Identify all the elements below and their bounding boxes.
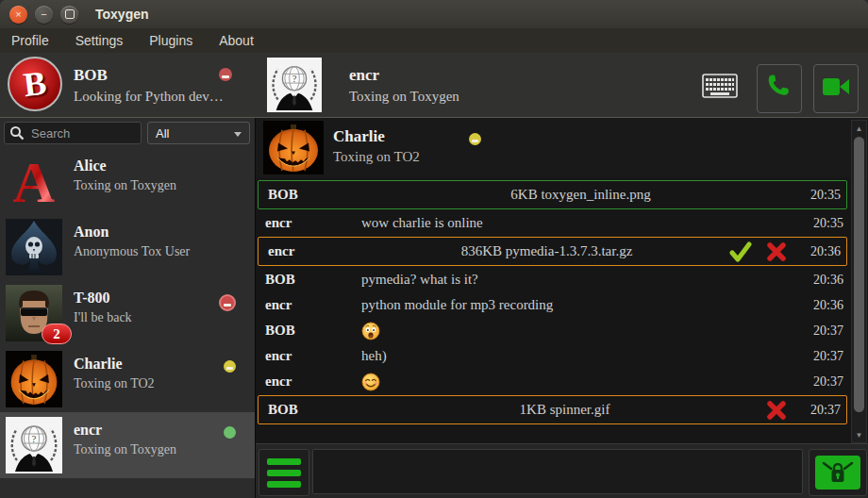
message-text: pymedia? what is it? — [361, 272, 800, 288]
video-call-button[interactable] — [813, 64, 859, 113]
chat-scrollbar[interactable]: ▲ ▼ — [851, 120, 867, 443]
message-row: encrwow charlie is online20:35 — [256, 210, 849, 236]
message-text: wow charlie is online — [361, 215, 800, 231]
contact-status-message: Toxing on Toxygen — [74, 442, 176, 457]
contact-item-alice[interactable]: AAliceToxing on Toxygen — [0, 148, 255, 214]
message-time: 20:37 — [797, 403, 846, 418]
phone-icon — [764, 72, 794, 106]
self-avatar[interactable]: B — [8, 57, 62, 111]
cancel-transfer-icon[interactable] — [765, 241, 788, 263]
contact-item-anon[interactable]: AnonAnonymous Tox User — [0, 214, 255, 280]
menu-item-plugins[interactable]: Plugins — [149, 33, 192, 48]
menu-item-profile[interactable]: Profile — [11, 33, 49, 48]
video-camera-icon — [820, 74, 852, 104]
contact-avatar — [6, 219, 62, 275]
contact-list: AAliceToxing on ToxygenAnonAnonymous Tox… — [0, 148, 255, 478]
message-list: BOB6KB toxygen_inline.png20:35encrwow ch… — [256, 177, 849, 443]
active-contact-avatar: ? — [267, 58, 322, 112]
status-away-icon — [224, 360, 236, 373]
window-title: Toxygen — [95, 7, 149, 22]
contact-avatar: A — [6, 153, 62, 209]
menu-bar: ProfileSettingsPluginsAbout — [0, 28, 868, 53]
contact-sidebar: All AAliceToxing on ToxygenAnonAnonymous… — [0, 118, 255, 498]
contact-name: encr — [74, 422, 102, 439]
search-icon — [9, 125, 25, 141]
contact-avatar — [6, 351, 62, 407]
message-row: BOBpymedia? what is it?20:36 — [256, 267, 849, 292]
chat-contact-name: Charlie — [333, 127, 385, 146]
self-name: BOB — [74, 66, 108, 85]
contact-item-encr[interactable]: ?encrToxing on Toxygen — [0, 412, 255, 478]
message-time: 20:36 — [797, 244, 846, 259]
search-input[interactable] — [29, 125, 137, 141]
contact-status-message: Toxing on TO2 — [74, 376, 155, 391]
self-status-message: Looking for Python dev… — [74, 89, 224, 105]
contact-filter-dropdown[interactable]: All — [147, 122, 250, 144]
message-time: 20:36 — [800, 298, 849, 313]
svg-text:?: ? — [32, 433, 37, 444]
accept-transfer-icon[interactable] — [729, 241, 752, 263]
file-transfer-label: 6KB toxygen_inline.png — [364, 187, 797, 203]
audio-call-button[interactable] — [757, 64, 802, 113]
contact-item-charlie[interactable]: CharlieToxing on TO2 — [0, 346, 255, 412]
chat-contact-status-message: Toxing on TO2 — [333, 149, 420, 165]
top-panel: B BOB Looking for Python dev… ? encr Tox… — [0, 53, 868, 118]
search-row: All — [0, 118, 255, 148]
chevron-down-icon — [234, 132, 242, 137]
minimize-icon[interactable]: − — [35, 6, 53, 24]
message-row: encr20:37 — [256, 369, 849, 394]
smile-emoji-icon — [361, 373, 380, 391]
message-input[interactable] — [312, 449, 803, 494]
message-author: encr — [256, 297, 361, 313]
message-row: encrpython module for mp3 recording20:36 — [256, 292, 849, 318]
message-author: encr — [259, 243, 364, 259]
message-time: 20:36 — [800, 273, 849, 288]
scroll-down-icon[interactable]: ▼ — [852, 428, 866, 441]
message-author: encr — [256, 374, 361, 390]
file-transfer-actions — [765, 399, 788, 422]
contact-name: Charlie — [74, 356, 123, 373]
file-transfer-row: encr836KB pymedia-1.3.7.3.tar.gz20:36 — [258, 237, 847, 266]
message-emoji — [361, 322, 800, 340]
contact-name: Alice — [74, 158, 107, 174]
search-box — [4, 122, 142, 144]
cancel-transfer-icon[interactable] — [765, 399, 788, 422]
svg-text:A: A — [13, 153, 56, 209]
scrollbar-thumb[interactable] — [854, 137, 864, 412]
message-time: 20:37 — [800, 324, 849, 339]
message-row: encrheh)20:37 — [256, 343, 849, 369]
file-transfer-row: BOB6KB toxygen_inline.png20:35 — [258, 180, 847, 209]
svg-text:?: ? — [292, 74, 297, 84]
contact-filter-value: All — [156, 126, 169, 141]
status-busy-ring-icon — [219, 294, 236, 311]
contact-item-t-800[interactable]: T-800I'll be back2 — [0, 280, 255, 346]
shocked-emoji-icon — [361, 322, 380, 340]
menu-item-about[interactable]: About — [219, 33, 254, 48]
contact-name: Anon — [74, 224, 108, 241]
menu-item-settings[interactable]: Settings — [75, 33, 124, 48]
message-author: encr — [256, 215, 361, 231]
toxygen-window: × − Toxygen ProfileSettingsPluginsAbout … — [0, 0, 868, 498]
file-transfer-label: 1KB spinner.gif — [364, 402, 765, 418]
send-button[interactable] — [809, 449, 867, 496]
contact-status-message: Toxing on Toxygen — [74, 178, 176, 193]
message-author: BOB — [259, 402, 364, 418]
chat-area: Charlie Toxing on TO2 BOB6KB toxygen_inl… — [255, 118, 868, 498]
maximize-icon[interactable] — [60, 6, 78, 24]
keyboard-icon[interactable] — [702, 74, 738, 102]
message-author: BOB — [256, 272, 361, 288]
chat-menu-button[interactable] — [259, 449, 309, 496]
message-time: 20:37 — [800, 349, 849, 364]
close-icon[interactable]: × — [9, 6, 27, 24]
contact-avatar: ? — [6, 417, 62, 473]
message-author: BOB — [259, 187, 364, 203]
message-author: BOB — [256, 323, 361, 339]
scroll-up-icon[interactable]: ▲ — [852, 122, 866, 135]
encrypted-send-icon — [815, 456, 860, 490]
message-author: encr — [256, 348, 361, 364]
message-text: python module for mp3 recording — [361, 297, 800, 313]
chat-header: Charlie Toxing on TO2 — [256, 118, 868, 177]
status-online-icon — [224, 426, 236, 439]
self-busy-status-icon[interactable] — [219, 68, 232, 81]
unread-count-badge: 2 — [42, 324, 72, 344]
